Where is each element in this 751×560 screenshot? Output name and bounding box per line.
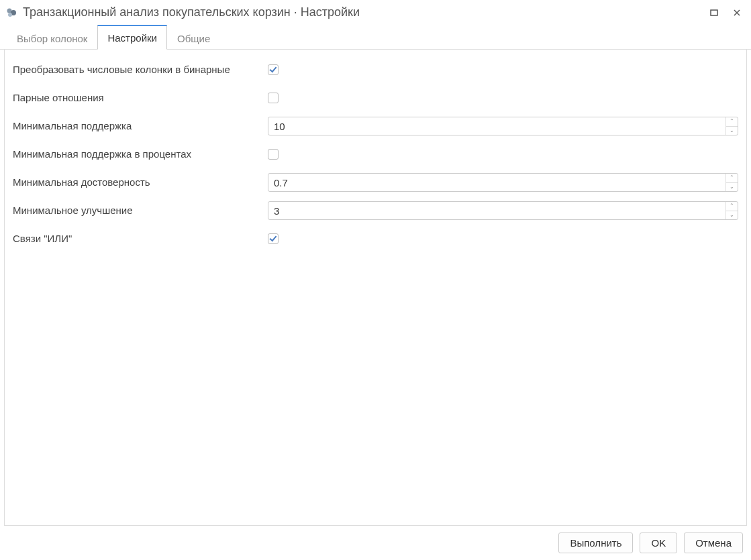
label-min-support: Минимальная поддержка — [13, 119, 268, 133]
checkbox-min-support-percent[interactable] — [268, 149, 279, 160]
min-support-input[interactable]: ⌃ ⌄ — [268, 117, 738, 135]
min-support-field[interactable] — [268, 118, 725, 135]
label-min-support-percent: Минимальная поддержка в процентах — [13, 148, 268, 161]
checkbox-convert-numeric[interactable] — [268, 64, 279, 75]
checkbox-paired-relations[interactable] — [268, 93, 279, 103]
window-title: Транзакционный анализ покупательских кор… — [23, 5, 360, 19]
spin-up-icon[interactable]: ⌃ — [726, 174, 738, 183]
label-or-links: Связи "ИЛИ" — [13, 232, 268, 245]
tab-bar: Выбор колонок Настройки Общие — [0, 25, 751, 50]
spin-down-icon[interactable]: ⌄ — [726, 183, 738, 192]
spin-down-icon[interactable]: ⌄ — [726, 127, 738, 135]
close-icon[interactable] — [731, 7, 743, 19]
maximize-icon[interactable] — [708, 7, 720, 19]
label-min-confidence: Минимальная достоверность — [13, 176, 268, 189]
spin-up-icon[interactable]: ⌃ — [726, 202, 738, 211]
tab-settings[interactable]: Настройки — [97, 25, 167, 50]
settings-panel: Преобразовать числовые колонки в бинарны… — [4, 50, 747, 526]
run-button[interactable]: Выполнить — [558, 533, 633, 553]
svg-point-2 — [8, 13, 12, 17]
footer-buttons: Выполнить OK Отмена — [0, 526, 751, 560]
tab-columns[interactable]: Выбор колонок — [7, 26, 97, 50]
min-improvement-field[interactable] — [268, 203, 725, 219]
checkbox-or-links[interactable] — [268, 233, 279, 244]
cancel-button[interactable]: Отмена — [684, 533, 743, 553]
min-confidence-input[interactable]: ⌃ ⌄ — [268, 173, 738, 192]
spin-up-icon[interactable]: ⌃ — [726, 117, 738, 127]
min-confidence-field[interactable] — [268, 174, 725, 191]
spin-down-icon[interactable]: ⌄ — [726, 211, 738, 220]
label-convert-numeric: Преобразовать числовые колонки в бинарны… — [13, 63, 268, 76]
svg-rect-3 — [711, 10, 717, 15]
min-improvement-input[interactable]: ⌃ ⌄ — [268, 201, 738, 220]
tab-common[interactable]: Общие — [167, 26, 220, 50]
label-min-improvement: Минимальное улучшение — [13, 204, 268, 217]
label-paired-relations: Парные отношения — [13, 91, 268, 105]
ok-button[interactable]: OK — [640, 533, 677, 553]
app-icon — [5, 7, 17, 19]
